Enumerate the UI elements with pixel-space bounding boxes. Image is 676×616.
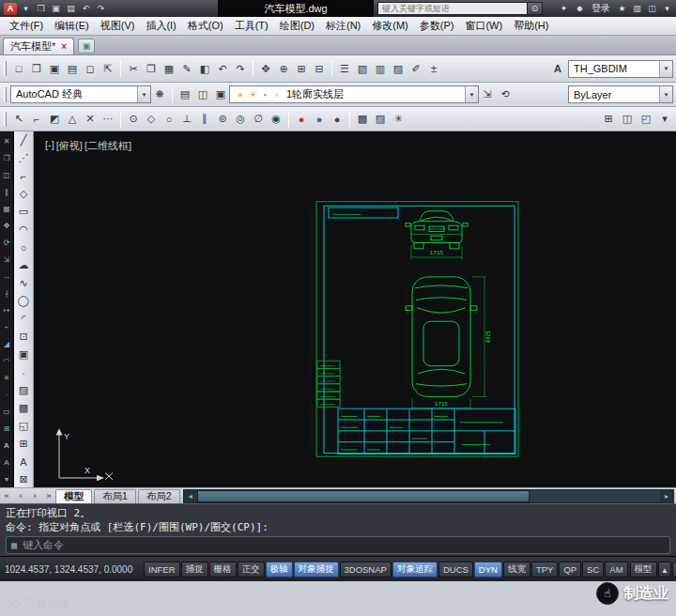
menu-parametric[interactable]: 参数(P) — [414, 17, 460, 35]
ducs-toggle[interactable]: DUCS — [438, 562, 473, 578]
stretch-tool[interactable]: ↔ — [1, 269, 12, 285]
quickcalc-button[interactable]: ± — [425, 60, 442, 77]
cut-button[interactable]: ✂ — [125, 60, 142, 77]
block-editor-button[interactable]: ◧ — [196, 60, 213, 77]
shade-ball-dark-icon[interactable]: ● — [329, 111, 346, 128]
rect-strip-tool[interactable]: ▭ — [1, 404, 12, 420]
viewport-config-button[interactable]: ⊞ — [600, 111, 617, 128]
3d-views-button[interactable]: ◰ — [638, 111, 654, 128]
layer-states-button[interactable]: ◫ — [194, 86, 211, 103]
trim-tool[interactable]: ∤ — [1, 285, 12, 301]
search-input[interactable] — [377, 2, 528, 15]
markup-button[interactable]: ✐ — [407, 60, 424, 77]
menu-edit[interactable]: 编辑(E) — [49, 17, 95, 35]
snap-midpoint-button[interactable]: △ — [64, 111, 81, 128]
array-tool[interactable]: ▦ — [1, 201, 12, 217]
snap-extension-button[interactable]: ⋯ — [100, 111, 116, 128]
block-tool[interactable]: ⊠ — [15, 471, 32, 487]
snap-from-button[interactable]: ⌐ — [28, 111, 45, 128]
revcloud-tool[interactable]: ☁ — [15, 257, 32, 273]
otrack-toggle[interactable]: 对象追踪 — [392, 562, 438, 578]
open-icon[interactable]: ❒ — [34, 2, 48, 15]
scrollbar-thumb[interactable] — [197, 490, 530, 502]
exchange-icon[interactable]: ▥ — [630, 2, 644, 15]
menu-dimension[interactable]: 标注(N) — [320, 17, 366, 35]
polyline-tool[interactable]: ⌐ — [15, 168, 32, 184]
save-icon[interactable]: ▣ — [49, 2, 63, 15]
toolbar-grip[interactable] — [4, 87, 7, 102]
chevron-down-icon[interactable]: ▾ — [137, 86, 150, 102]
qp-toggle[interactable]: QP — [559, 562, 581, 578]
redo-icon[interactable]: ↷ — [94, 2, 108, 15]
search-icon[interactable]: ⊙ — [528, 2, 543, 15]
model-space-button[interactable]: 模型 — [630, 562, 657, 578]
chevron-down-icon[interactable]: ▾ — [465, 86, 478, 102]
point-tool[interactable]: ∙ — [15, 364, 32, 380]
menu-help[interactable]: 帮助(H) — [508, 17, 554, 35]
lights-button[interactable]: ✳ — [390, 111, 407, 128]
layer-combo[interactable]: ●☀▪■ 1轮廓实线层 ▾ — [229, 85, 479, 103]
command-input[interactable]: ▦ 键入命令 — [6, 536, 670, 554]
ellipse-arc-tool[interactable]: ◜ — [15, 311, 32, 327]
offset-tool[interactable]: ∥ — [1, 184, 12, 200]
tab-layout2[interactable]: 布局2 — [138, 489, 180, 503]
tab-prev-button[interactable]: ‹ — [14, 489, 27, 503]
shade-ball-blue-icon[interactable]: ● — [311, 111, 328, 128]
snap-quadrant-button[interactable]: ◇ — [143, 111, 160, 128]
make-object-layer-current-button[interactable]: ⇲ — [479, 86, 496, 103]
table-tool[interactable]: ⊞ — [15, 436, 32, 452]
tab-first-button[interactable]: « — [0, 489, 13, 503]
am-toggle[interactable]: AM — [605, 562, 627, 578]
menu-format[interactable]: 格式(O) — [182, 17, 229, 35]
workspace-combo[interactable]: AutoCAD 经典 ▾ — [10, 85, 151, 103]
ortho-toggle[interactable]: 正交 — [238, 562, 265, 578]
named-views-button[interactable]: ◫ — [619, 111, 636, 128]
rotate-tool[interactable]: ⟳ — [1, 235, 12, 251]
app-logo-icon[interactable]: A — [4, 3, 17, 15]
tool-palettes-button[interactable]: ▥ — [372, 60, 389, 77]
panel-icon[interactable]: ◫ — [645, 2, 659, 15]
join-tool[interactable]: ∙ — [1, 387, 12, 403]
designcenter-button[interactable]: ▧ — [354, 60, 371, 77]
3dosnap-toggle[interactable]: 3DOSNAP — [340, 562, 392, 578]
snap-tangent-button[interactable]: ○ — [161, 111, 177, 128]
menu-insert[interactable]: 插入(I) — [140, 17, 181, 35]
gradient-tool[interactable]: ▩ — [15, 400, 32, 416]
tab-last-button[interactable]: » — [42, 489, 55, 503]
text-tool-a[interactable]: A — [1, 438, 12, 454]
workspace-settings-icon[interactable]: ❋ — [151, 86, 168, 103]
strip-more-icon[interactable]: ▾ — [1, 471, 12, 487]
coordinates-display[interactable]: 1024.4537, 1324.4537, 0.0000 — [5, 564, 142, 575]
lwt-toggle[interactable]: 线宽 — [503, 562, 530, 578]
scroll-left-icon[interactable]: ◂ — [184, 490, 197, 502]
properties-button[interactable]: ☰ — [336, 60, 353, 77]
snap-perpendicular-button[interactable]: ⊥ — [178, 111, 195, 128]
snap-temporary-track-button[interactable]: ↖ — [10, 111, 27, 128]
open-button[interactable]: ❒ — [28, 60, 45, 77]
match-properties-button[interactable]: ✎ — [178, 60, 195, 77]
erase-tool[interactable]: ✕ — [1, 133, 12, 149]
tpy-toggle[interactable]: TPY — [531, 562, 558, 578]
snap-intersection-button[interactable]: ✕ — [82, 111, 99, 128]
communication-center-icon[interactable]: ✦ — [557, 2, 571, 15]
text-tool-b[interactable]: A — [1, 454, 12, 470]
explode-tool[interactable]: ✳ — [1, 370, 12, 386]
osnap-toggle[interactable]: 对象捕捉 — [294, 562, 339, 578]
grid-strip-tool[interactable]: ⊞ — [1, 421, 12, 437]
layer-previous-button[interactable]: ⟲ — [497, 86, 514, 103]
sheet-set-button[interactable]: ▨ — [390, 60, 407, 77]
tab-next-button[interactable]: › — [28, 489, 41, 503]
extend-tool[interactable]: ↦ — [1, 302, 12, 318]
user-icon[interactable]: ☻ — [573, 2, 587, 15]
undo-button[interactable]: ↶ — [214, 60, 231, 77]
infer-toggle[interactable]: INFER — [144, 562, 180, 578]
login-link[interactable]: 登录 — [592, 2, 610, 15]
region-tool[interactable]: ◱ — [15, 418, 32, 434]
line-tool[interactable]: ╱ — [15, 132, 32, 148]
horizontal-scrollbar[interactable]: ◂ ▸ — [183, 489, 674, 503]
plot-preview-button[interactable]: ◻ — [82, 60, 99, 77]
insert-block-tool[interactable]: ⊡ — [15, 329, 32, 345]
chevron-down-icon[interactable]: ▾ — [659, 86, 672, 102]
snap-endpoint-button[interactable]: ◩ — [46, 111, 63, 128]
dyn-toggle[interactable]: DYN — [474, 562, 502, 578]
